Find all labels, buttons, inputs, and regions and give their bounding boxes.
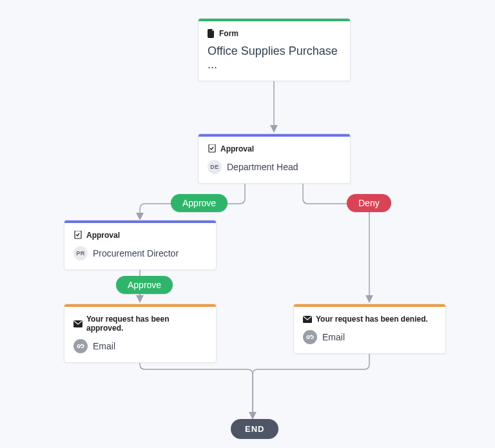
avatar: PR bbox=[73, 246, 88, 260]
email-title: Your request has been approved. bbox=[86, 315, 207, 333]
document-icon bbox=[208, 29, 215, 38]
svg-marker-1 bbox=[270, 125, 278, 133]
node-form[interactable]: Form Office Supplies Purchase ... bbox=[198, 18, 351, 81]
node-email-denied[interactable]: Your request has been denied. Email bbox=[293, 304, 446, 354]
link-icon bbox=[73, 339, 88, 353]
approval-icon bbox=[208, 144, 217, 153]
end-node: END bbox=[231, 419, 278, 439]
channel-label: Email bbox=[322, 332, 345, 342]
approval-icon bbox=[73, 231, 82, 240]
node-type-label: Approval bbox=[220, 144, 254, 153]
node-approval-procurement[interactable]: Approval PR Procurement Director bbox=[64, 220, 217, 270]
branch-pill-deny[interactable]: Deny bbox=[347, 194, 391, 212]
branch-pill-approve-1[interactable]: Approve bbox=[171, 194, 228, 212]
node-email-approved[interactable]: Your request has been approved. Email bbox=[64, 304, 217, 363]
svg-marker-3 bbox=[365, 295, 373, 303]
node-type-label: Approval bbox=[86, 231, 120, 240]
node-approval-dept-head[interactable]: Approval DE Department Head bbox=[198, 133, 351, 184]
form-title: Office Supplies Purchase ... bbox=[208, 44, 341, 72]
assignee-label: Department Head bbox=[227, 162, 298, 172]
email-title: Your request has been denied. bbox=[316, 315, 428, 324]
svg-marker-5 bbox=[136, 295, 144, 303]
node-type-label: Form bbox=[219, 29, 238, 38]
envelope-icon bbox=[73, 320, 82, 327]
avatar: DE bbox=[208, 160, 222, 174]
envelope-icon bbox=[303, 316, 312, 323]
branch-pill-approve-2[interactable]: Approve bbox=[116, 276, 173, 294]
channel-label: Email bbox=[93, 341, 115, 351]
assignee-label: Procurement Director bbox=[93, 248, 179, 258]
workflow-canvas: Form Office Supplies Purchase ... Approv… bbox=[0, 0, 495, 448]
link-icon bbox=[303, 330, 317, 344]
